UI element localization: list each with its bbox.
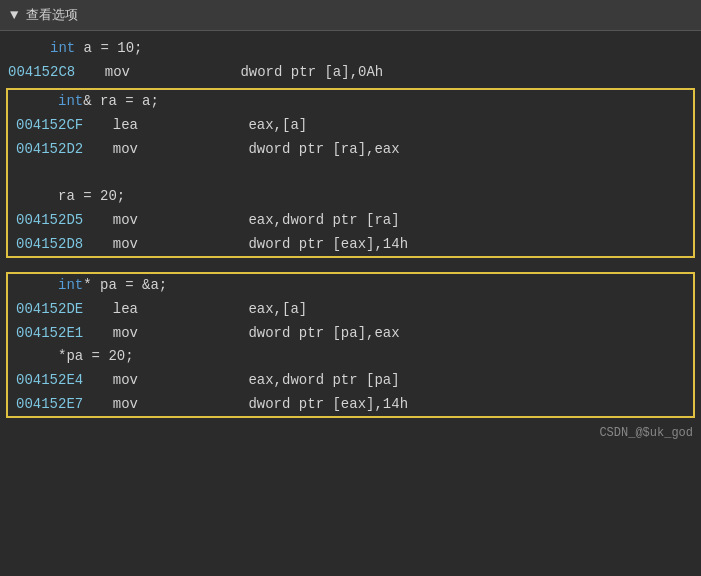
addr-004152C8: 004152C8 — [8, 62, 88, 84]
mnemonic-mov-7: mov — [96, 394, 156, 416]
ra-assign-text: ra = 20; — [58, 186, 125, 208]
int-keyword: int — [50, 38, 75, 60]
int-ref-keyword: int — [58, 91, 83, 113]
operands-mov-5: dword ptr [pa],eax — [156, 323, 400, 345]
mnemonic-mov-2: mov — [96, 139, 156, 161]
addr-004152D8: 004152D8 — [16, 234, 96, 256]
mnemonic-mov-6: mov — [96, 370, 156, 392]
int-ptr-keyword: int — [58, 275, 83, 297]
addr-004152E7: 004152E7 — [16, 394, 96, 416]
addr-004152D5: 004152D5 — [16, 210, 96, 232]
ptr-source-text: * pa = &a; — [83, 275, 167, 297]
ref-asm-lea: 004152CF lea eax,[a] — [8, 114, 693, 138]
ref-source-line: int& ra = a; — [8, 90, 693, 114]
mnemonic-lea-1: lea — [96, 115, 156, 137]
operands-mov-6: eax,dword ptr [pa] — [156, 370, 400, 392]
ref-asm-mov1: 004152D2 mov dword ptr [ra],eax — [8, 138, 693, 162]
deref-assign-source: *pa = 20; — [8, 345, 693, 369]
addr-004152CF: 004152CF — [16, 115, 96, 137]
mnemonic-mov-4: mov — [96, 234, 156, 256]
watermark: CSDN_@$uk_god — [0, 422, 701, 444]
addr-004152D2: 004152D2 — [16, 139, 96, 161]
operands-lea-2: eax,[a] — [156, 299, 307, 321]
ptr-asm-lea: 004152DE lea eax,[a] — [8, 298, 693, 322]
ref-source-text: & ra = a; — [83, 91, 159, 113]
reference-box: int& ra = a; 004152CF lea eax,[a] 004152… — [6, 88, 695, 258]
ptr-asm-mov3: 004152E7 mov dword ptr [eax],14h — [8, 393, 693, 417]
mnemonic-mov-5: mov — [96, 323, 156, 345]
top-source-line: int a = 10; — [0, 37, 701, 61]
ptr-source-line: int* pa = &a; — [8, 274, 693, 298]
mnemonic-lea-2: lea — [96, 299, 156, 321]
mnemonic-mov-3: mov — [96, 210, 156, 232]
ref-asm-mov4: 004152D8 mov dword ptr [eax],14h — [8, 233, 693, 257]
top-asm-line: 004152C8 mov dword ptr [a],0Ah — [0, 61, 701, 85]
ptr-asm-mov2: 004152E4 mov eax,dword ptr [pa] — [8, 369, 693, 393]
header-title: 查看选项 — [26, 6, 78, 24]
operands-mov-2: dword ptr [ra],eax — [156, 139, 400, 161]
content: int a = 10; 004152C8 mov dword ptr [a],0… — [0, 31, 701, 450]
operands-mov-4: dword ptr [eax],14h — [156, 234, 408, 256]
operands-mov-7: dword ptr [eax],14h — [156, 394, 408, 416]
ref-asm-mov3: 004152D5 mov eax,dword ptr [ra] — [8, 209, 693, 233]
addr-004152E4: 004152E4 — [16, 370, 96, 392]
top-source-text: a = 10; — [75, 38, 142, 60]
addr-004152DE: 004152DE — [16, 299, 96, 321]
ra-assign-source: ra = 20; — [8, 185, 693, 209]
pointer-box: int* pa = &a; 004152DE lea eax,[a] 00415… — [6, 272, 695, 418]
operands-1: dword ptr [a],0Ah — [148, 62, 383, 84]
collapse-icon[interactable]: ▼ — [10, 7, 18, 23]
addr-004152E1: 004152E1 — [16, 323, 96, 345]
operands-lea-1: eax,[a] — [156, 115, 307, 137]
header: ▼ 查看选项 — [0, 0, 701, 31]
deref-assign-text: *pa = 20; — [58, 346, 134, 368]
operands-mov-3: eax,dword ptr [ra] — [156, 210, 400, 232]
mnemonic-mov-1: mov — [88, 62, 148, 84]
ptr-asm-mov1: 004152E1 mov dword ptr [pa],eax — [8, 322, 693, 346]
